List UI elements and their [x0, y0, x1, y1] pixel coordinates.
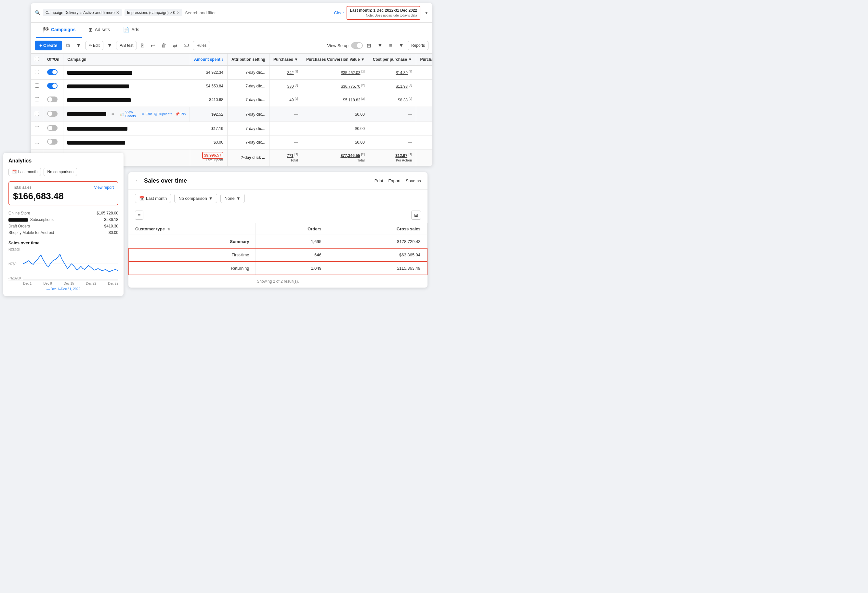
campaign-toggle[interactable] — [47, 97, 58, 102]
export-button[interactable]: Export — [388, 178, 400, 183]
col-cpp[interactable]: Cost per purchase ▼ — [369, 54, 416, 66]
showing-text: Showing 2 of 2 result(s). — [128, 275, 428, 288]
campaign-toggle[interactable] — [47, 139, 58, 144]
x-label: Dec 29 — [108, 282, 118, 285]
toolbar: + Create ⧉ ▼ ✏ Edit ▼ A/B test ⎘ ↩ 🗑 ⇄ 🏷… — [31, 38, 433, 54]
col-customer-type[interactable]: Customer type ⇅ — [129, 223, 256, 235]
filter-icon-button[interactable]: ≡ — [135, 210, 143, 220]
filter-tag-impressions[interactable]: Impressions (campaign) > 0 ✕ — [124, 9, 182, 16]
filter-remove-impressions[interactable]: ✕ — [177, 10, 180, 15]
customer-type-cell: First-time — [129, 248, 256, 262]
row-checkbox[interactable] — [35, 126, 39, 130]
saveas-button[interactable]: Save as — [406, 178, 421, 183]
breakdown-row-online: Online Store $165,728.00 — [9, 210, 118, 216]
view-setup-toggle[interactable] — [351, 42, 363, 49]
campaign-name-redacted — [67, 84, 129, 88]
copy-button[interactable]: ⧉ — [63, 41, 72, 50]
back-button[interactable]: ← — [135, 177, 141, 184]
campaign-toggle[interactable] — [47, 83, 58, 89]
summary-cpp: $12.97 — [395, 153, 407, 158]
sot-filters: 📅 Last month No comparison ▼ None ▼ — [128, 190, 428, 207]
edit-dropdown-button[interactable]: ▼ — [105, 41, 115, 50]
col-purchases[interactable]: Purchases ▼ — [269, 54, 302, 66]
gross-sales-cell: $63,365.94 — [328, 248, 427, 262]
abtest-button[interactable]: A/B test — [116, 41, 137, 50]
table-row: $0.00 7-day clic... — $0.00 — — — [31, 135, 433, 150]
tab-ads[interactable]: 📄 Ads — [117, 23, 146, 38]
rules-button[interactable]: Rules — [193, 41, 210, 50]
fb-ads-panel: 🔍 Campaign Delivery is Active and 5 more… — [31, 3, 433, 166]
sot-lastmonth-btn[interactable]: 📅 Last month — [135, 194, 171, 203]
breakdown-dropdown[interactable]: ▼ — [396, 41, 406, 50]
filter-tag-campaign[interactable]: Campaign Delivery is Active and 5 more ✕ — [43, 9, 122, 16]
col-roas[interactable]: Purchase ROAS (return on ad spend) ▼ — [416, 54, 433, 66]
edit-button[interactable]: ✏ Edit — [85, 41, 103, 50]
total-spent-value: $9,996.57 — [202, 152, 223, 159]
tab-campaigns[interactable]: 🏁 Campaigns — [36, 23, 82, 38]
label-button[interactable]: 🏷 — [181, 41, 192, 50]
search-icon: 🔍 — [35, 10, 40, 15]
date-range-badge[interactable]: Last month: 1 Dec 2022-31 Dec 2022 Note:… — [347, 6, 420, 20]
clear-filters-button[interactable]: Clear — [334, 10, 344, 15]
duplicate-btn[interactable]: ⎘ Duplicate — [154, 112, 173, 116]
customer-type-cell: Returning — [129, 262, 256, 275]
x-label: Dec 15 — [64, 282, 74, 285]
total-sales-label: Total sales — [13, 185, 31, 190]
breakdown-button[interactable]: ≡ — [387, 41, 395, 50]
row-checkbox[interactable] — [35, 97, 39, 102]
row-checkbox[interactable] — [35, 140, 39, 144]
summary-pcv-sub: Total — [357, 159, 365, 162]
delete-button[interactable]: 🗑 — [159, 41, 169, 50]
analytics-nocomparison-btn[interactable]: No comparison — [44, 168, 77, 176]
summary-cpp-sub: Per Action — [396, 159, 412, 162]
col-pcv[interactable]: Purchases Conversion Value ▼ — [302, 54, 369, 66]
search-input[interactable] — [185, 10, 331, 15]
tab-adsets[interactable]: ⊞ Ad sets — [82, 23, 117, 38]
create-button[interactable]: + Create — [35, 41, 62, 50]
y-label-top: NZ$20K — [9, 248, 21, 252]
summary-attribution: 7-day click ... — [227, 149, 269, 166]
paste-button[interactable]: ⎘ — [138, 41, 147, 50]
sot-nocomparison-btn[interactable]: No comparison ▼ — [174, 194, 217, 203]
breakdown-label: Subscriptions — [9, 217, 54, 222]
col-amount-spent[interactable]: Amount spent ↓ — [190, 54, 227, 66]
campaign-toggle[interactable] — [47, 125, 58, 131]
undo-button[interactable]: ↩ — [148, 41, 157, 51]
row-checkbox[interactable] — [35, 84, 39, 88]
y-label-mid: NZ$0 — [9, 262, 21, 266]
table-row: $4,553.84 7-day clic... 380 [2] $36,775.… — [31, 79, 433, 93]
campaign-name-redacted — [67, 71, 132, 75]
campaign-toggle[interactable] — [47, 111, 58, 117]
edit-action-btn[interactable]: ✏ Edit — [142, 112, 152, 116]
select-all-checkbox[interactable] — [35, 57, 39, 61]
table-row: $17.19 7-day clic... — $0.00 — — — [31, 122, 433, 135]
edit-pencil-icon[interactable]: ✏ — [109, 110, 117, 118]
analytics-panel: Analytics 📅 Last month No comparison Tot… — [3, 153, 124, 296]
customer-type-cell: Summary — [129, 235, 256, 248]
copy-dropdown-button[interactable]: ▼ — [74, 41, 84, 50]
date-range-dropdown-icon[interactable]: ▼ — [424, 10, 428, 15]
filter-remove-campaign[interactable]: ✕ — [116, 10, 119, 15]
columns-button[interactable]: ⊞ — [364, 41, 373, 51]
sot-title-row: ← Sales over time — [135, 177, 187, 184]
campaign-name-redacted — [67, 141, 125, 144]
sot-none-btn[interactable]: None ▼ — [220, 194, 245, 203]
x-label: Dec 22 — [86, 282, 96, 285]
tab-adsets-label: Ad sets — [94, 27, 110, 32]
view-charts-btn[interactable]: 📊 View Charts — [120, 110, 139, 118]
row-checkbox[interactable] — [35, 70, 39, 74]
campaign-toggle[interactable] — [47, 69, 58, 75]
reports-button[interactable]: Reports — [407, 41, 428, 50]
grid-icon-button[interactable]: ⊞ — [411, 210, 421, 220]
sot-summary-row: Summary 1,695 $178,729.43 — [129, 235, 427, 248]
view-report-link[interactable]: View report — [94, 185, 114, 190]
campaign-name-redacted — [67, 127, 127, 131]
move-button[interactable]: ⇄ — [170, 41, 180, 51]
redacted-label — [9, 218, 28, 222]
row-checkbox[interactable] — [35, 112, 39, 116]
analytics-lastmonth-btn[interactable]: 📅 Last month — [9, 168, 41, 176]
columns-dropdown[interactable]: ▼ — [375, 41, 385, 50]
date-range-main: Last month: 1 Dec 2022-31 Dec 2022 — [350, 8, 417, 13]
pin-btn[interactable]: 📌 Pin — [175, 112, 186, 116]
print-button[interactable]: Print — [375, 178, 383, 183]
